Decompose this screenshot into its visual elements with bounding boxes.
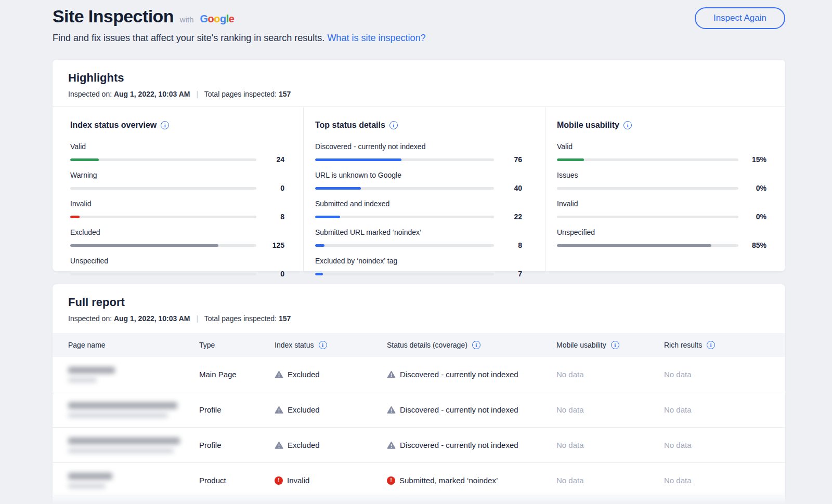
status-details-label: Discovered - currently not indexed <box>400 441 518 449</box>
column-header-rich-results: Rich resultsi <box>664 341 785 349</box>
stat-row: Unspecified85% <box>557 228 766 249</box>
warning-triangle-icon <box>387 441 396 449</box>
rich-results-cell: No data <box>664 441 785 449</box>
stat-bar-row: 0 <box>70 184 284 192</box>
table-row[interactable]: Main PageExcludedDiscovered - currently … <box>53 357 785 392</box>
stat-label: Unspecified <box>557 228 766 236</box>
total-pages-value: 157 <box>279 314 291 323</box>
column-title-text: Top status details <box>315 121 385 130</box>
table-row[interactable]: ProfileExcludedDiscovered - currently no… <box>53 428 785 463</box>
page-subtitle: Find and fix issues that affect your sit… <box>53 33 324 43</box>
status-details-label: Discovered - currently not indexed <box>400 405 518 414</box>
info-icon[interactable]: i <box>472 341 480 349</box>
stat-label: Submitted and indexed <box>315 200 522 208</box>
status-details-cell: Discovered - currently not indexed <box>387 405 556 414</box>
column-title-text: Mobile usability <box>557 121 619 130</box>
info-icon[interactable]: i <box>611 341 619 349</box>
highlights-card: Highlights Inspected on: Aug 1, 2022, 10… <box>53 60 785 271</box>
column-header-status-details-coverage: Status details (coverage)i <box>387 341 556 349</box>
stat-row: Excluded by ‘noindex’ tag7 <box>315 257 522 278</box>
page-title: Site Inspection <box>53 6 174 26</box>
column-header-type: Type <box>199 341 275 349</box>
report-table-body: Main PageExcludedDiscovered - currently … <box>53 357 785 498</box>
info-icon[interactable]: i <box>623 121 632 129</box>
inspected-on-value: Aug 1, 2022, 10:03 AM <box>114 90 190 98</box>
with-label: with <box>180 15 194 24</box>
stat-row: Submitted and indexed22 <box>315 200 522 221</box>
highlights-column-title: Index status overviewi <box>70 121 284 130</box>
progress-bar-fill <box>315 244 324 247</box>
stat-row: Invalid0% <box>557 200 766 221</box>
status-details-cell: !Submitted, marked ‘noindex’ <box>387 476 556 485</box>
inspected-on-label: Inspected on: <box>68 314 112 323</box>
redacted-name-line <box>68 437 180 444</box>
mobile-usability-cell: No data <box>556 476 664 485</box>
stat-label: Submitted URL marked ‘noindex’ <box>315 228 522 236</box>
inspected-on-label: Inspected on: <box>68 90 112 98</box>
highlights-column-title: Top status detailsi <box>315 121 522 130</box>
redacted-name-line <box>68 473 112 480</box>
progress-bar-track <box>557 158 738 161</box>
info-icon[interactable]: i <box>319 341 327 349</box>
index-status-label: Invalid <box>287 476 309 485</box>
stat-row: Invalid8 <box>70 200 284 221</box>
highlights-meta: Inspected on: Aug 1, 2022, 10:03 AM | To… <box>68 90 770 98</box>
stat-label: Valid <box>557 142 766 151</box>
highlights-title: Highlights <box>68 71 770 85</box>
highlights-column-1: Index status overviewiValid24Warning0Inv… <box>53 107 303 271</box>
index-status-cell: Excluded <box>275 370 387 379</box>
google-letter: e <box>229 13 235 24</box>
stat-label: Excluded <box>70 228 284 236</box>
table-row[interactable]: Product!Invalid!Submitted, marked ‘noind… <box>53 463 785 498</box>
rich-results-cell: No data <box>664 370 785 379</box>
progress-bar-fill <box>315 216 340 218</box>
report-table-header: Page nameTypeIndex statusiStatus details… <box>53 333 785 357</box>
full-report-meta: Inspected on: Aug 1, 2022, 10:03 AM | To… <box>68 314 770 323</box>
inspect-again-button[interactable]: Inspect Again <box>695 7 785 29</box>
index-status-label: Excluded <box>288 370 320 379</box>
progress-bar-fill <box>557 158 584 161</box>
progress-bar-fill <box>557 244 711 247</box>
highlights-columns: Index status overviewiValid24Warning0Inv… <box>53 107 785 271</box>
progress-bar-track <box>315 187 494 190</box>
meta-divider: | <box>196 314 198 323</box>
column-header-label: Mobile usability <box>556 341 606 349</box>
progress-bar-track <box>315 158 494 161</box>
stat-row: Discovered - currently not indexed76 <box>315 142 522 164</box>
info-icon[interactable]: i <box>707 341 715 349</box>
mobile-usability-cell: No data <box>556 405 664 414</box>
stat-bar-row: 0% <box>557 184 766 192</box>
table-row[interactable]: ProfileExcludedDiscovered - currently no… <box>53 392 785 428</box>
info-icon[interactable]: i <box>389 121 398 129</box>
page-name-redacted <box>68 473 199 488</box>
stat-row: Submitted URL marked ‘noindex’8 <box>315 228 522 249</box>
error-circle-icon: ! <box>275 476 283 485</box>
highlights-column-2: Top status detailsiDiscovered - currentl… <box>303 107 545 271</box>
status-details-cell: Discovered - currently not indexed <box>387 441 556 449</box>
column-header-label: Type <box>199 341 215 349</box>
full-report-card: Full report Inspected on: Aug 1, 2022, 1… <box>53 284 785 504</box>
stat-bar-row: 8 <box>315 241 522 249</box>
progress-bar-track <box>557 244 738 247</box>
stat-value: 85% <box>748 241 766 249</box>
error-circle-icon: ! <box>387 476 395 485</box>
progress-bar-fill <box>315 158 401 161</box>
highlights-column-title: Mobile usabilityi <box>557 121 766 130</box>
info-icon[interactable]: i <box>161 121 169 129</box>
redacted-name-line <box>68 367 115 374</box>
redacted-url-line <box>68 448 174 453</box>
column-header-index-status: Index statusi <box>275 341 387 349</box>
stat-value: 0 <box>266 270 284 278</box>
progress-bar-fill <box>70 158 99 161</box>
progress-bar-track <box>70 244 256 247</box>
stat-row: Warning0 <box>70 171 284 192</box>
column-title-text: Index status overview <box>70 121 157 130</box>
what-is-site-inspection-link[interactable]: What is site inspection? <box>327 33 425 43</box>
redacted-name-line <box>68 402 177 409</box>
google-letter: g <box>220 13 226 24</box>
stat-value: 0% <box>748 213 766 221</box>
total-pages-label: Total pages inspected: <box>204 90 277 98</box>
index-status-label: Excluded <box>288 405 320 414</box>
status-details-cell: Discovered - currently not indexed <box>387 370 556 379</box>
progress-bar-fill <box>70 244 218 247</box>
